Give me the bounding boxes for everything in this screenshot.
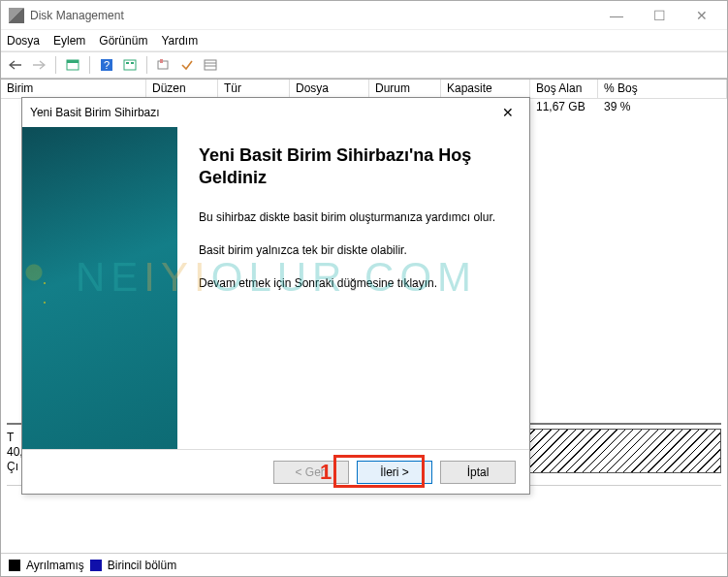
empty-pane bbox=[7, 485, 721, 553]
wizard-titlebar: Yeni Basit Birim Sihirbazı ✕ bbox=[22, 98, 529, 127]
wizard-paragraph-3: Devam etmek için Sonraki düğmesine tıkla… bbox=[199, 275, 510, 291]
legend-unallocated: Ayrılmamış bbox=[26, 559, 84, 572]
svg-rect-5 bbox=[126, 62, 129, 64]
properties-icon[interactable] bbox=[62, 54, 83, 76]
col-durum[interactable]: Durum bbox=[369, 80, 441, 98]
cell-bos-alan: 11,67 GB bbox=[530, 99, 598, 116]
menubar: Dosya Eylem Görünüm Yardım bbox=[1, 30, 727, 51]
refresh-icon[interactable] bbox=[119, 54, 141, 76]
menu-action[interactable]: Eylem bbox=[53, 34, 85, 48]
titlebar: Disk Management — ☐ ✕ bbox=[1, 1, 727, 30]
legend-swatch-unallocated bbox=[9, 560, 20, 571]
window-title: Disk Management bbox=[30, 9, 595, 22]
settings-icon[interactable] bbox=[153, 54, 174, 76]
back-button: < Geri bbox=[273, 461, 349, 484]
volume-list-header: Birim Düzen Tür Dosya Sistemi Durum Kapa… bbox=[1, 80, 727, 99]
annotation-number-1: 1 bbox=[320, 460, 332, 485]
wizard-button-row: < Geri İleri > İptal 1 bbox=[22, 449, 529, 494]
toolbar: ? bbox=[1, 51, 727, 79]
svg-rect-4 bbox=[124, 60, 136, 70]
svg-rect-9 bbox=[205, 60, 216, 70]
col-duzen[interactable]: Düzen bbox=[146, 80, 218, 98]
maximize-button[interactable]: ☐ bbox=[638, 1, 681, 30]
wizard-side-graphic bbox=[22, 127, 177, 449]
col-tur[interactable]: Tür bbox=[218, 80, 290, 98]
next-button[interactable]: İleri > bbox=[357, 461, 432, 484]
check-icon[interactable] bbox=[176, 54, 198, 76]
legend-primary: Birincil bölüm bbox=[108, 559, 176, 572]
svg-rect-6 bbox=[131, 62, 134, 64]
forward-icon[interactable] bbox=[28, 54, 49, 76]
col-dosya-sistemi[interactable]: Dosya Sistemi bbox=[290, 80, 369, 98]
wizard-heading: Yeni Basit Birim Sihirbazı'na Hoş Geldin… bbox=[199, 144, 510, 188]
menu-help[interactable]: Yardım bbox=[161, 34, 198, 48]
wizard-main: Yeni Basit Birim Sihirbazı'na Hoş Geldin… bbox=[177, 127, 529, 449]
col-yuzde-bos[interactable]: % Boş bbox=[598, 80, 727, 98]
list-icon[interactable] bbox=[200, 54, 221, 76]
new-simple-volume-wizard: Yeni Basit Birim Sihirbazı ✕ Yeni Basit … bbox=[21, 97, 530, 495]
legend: Ayrılmamış Birincil bölüm bbox=[1, 553, 727, 576]
svg-text:?: ? bbox=[104, 59, 110, 71]
wizard-paragraph-2: Basit birim yalnızca tek bir diskte olab… bbox=[199, 242, 510, 258]
wizard-close-button[interactable]: ✕ bbox=[494, 99, 522, 126]
wizard-title: Yeni Basit Birim Sihirbazı bbox=[30, 106, 494, 119]
close-button[interactable]: ✕ bbox=[681, 1, 723, 30]
svg-rect-8 bbox=[160, 59, 163, 63]
back-icon[interactable] bbox=[5, 54, 26, 76]
wizard-paragraph-1: Bu sihirbaz diskte basit birim oluşturma… bbox=[199, 209, 510, 225]
col-kapasite[interactable]: Kapasite bbox=[441, 80, 530, 98]
help-icon[interactable]: ? bbox=[96, 54, 117, 76]
col-bos-alan[interactable]: Boş Alan bbox=[530, 80, 598, 98]
minimize-button[interactable]: — bbox=[595, 1, 638, 30]
cell-yuzde: 39 % bbox=[598, 99, 727, 116]
col-birim[interactable]: Birim bbox=[1, 80, 146, 98]
menu-view[interactable]: Görünüm bbox=[99, 34, 147, 48]
cancel-button[interactable]: İptal bbox=[440, 461, 516, 484]
legend-swatch-primary bbox=[90, 560, 102, 571]
app-icon bbox=[9, 8, 24, 23]
menu-file[interactable]: Dosya bbox=[7, 34, 40, 48]
svg-rect-1 bbox=[67, 60, 79, 63]
